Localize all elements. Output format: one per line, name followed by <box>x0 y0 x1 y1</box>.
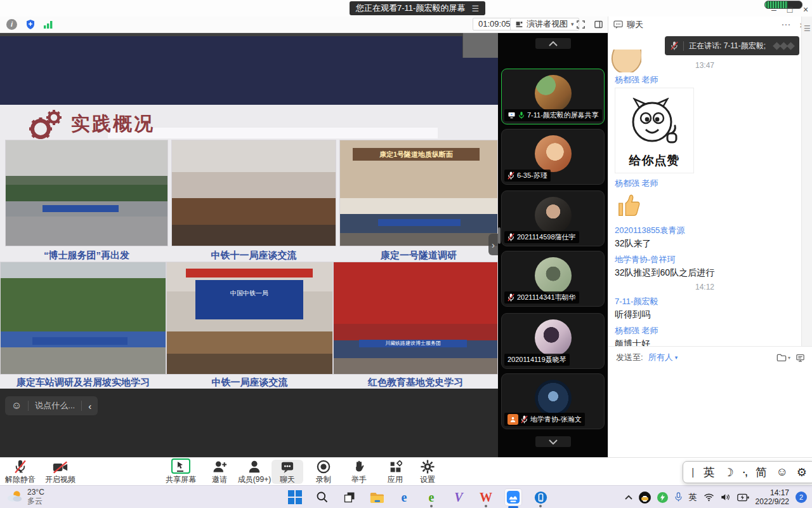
avatar <box>535 380 572 417</box>
shared-screen: 实践概况 康定1号隧道地质纵断面 “博士服务团”再出发 中铁十一局座谈交流 康定… <box>0 33 498 457</box>
notification-badge[interactable]: 2 <box>796 491 807 503</box>
task-view-icon[interactable] <box>341 489 358 505</box>
file-folder-icon[interactable]: ▾ <box>776 353 790 362</box>
meeting-app-icon[interactable] <box>505 489 521 505</box>
say-something-bubble[interactable]: ☺ 说点什么... ‹ <box>5 396 98 415</box>
invite-button[interactable]: 邀请 <box>201 460 238 484</box>
scroll-down-button[interactable] <box>535 436 571 447</box>
shared-screen-gray-block <box>462 33 498 58</box>
antivirus-360-icon[interactable] <box>657 492 668 503</box>
browser-green-e-icon[interactable]: e <box>423 489 440 505</box>
battery-icon[interactable] <box>737 493 749 502</box>
participant-name: 6-35-苏瑾 <box>517 171 547 180</box>
chat-side-strip: ☰ <box>801 17 812 346</box>
share-screen-icon <box>171 458 190 474</box>
browser-blue-e-icon[interactable]: e <box>396 489 412 505</box>
chat-sticker[interactable]: 给你点赞 <box>615 88 694 173</box>
view-mode-dropdown[interactable]: 演讲者视图 ▾ <box>510 18 579 30</box>
collapse-chevron-icon[interactable]: ‹ <box>82 401 98 411</box>
photo5-screen: 中国中铁一局 <box>195 280 303 319</box>
presentation-slide: 实践概况 康定1号隧道地质纵断面 “博士服务团”再出发 中铁十一局座谈交流 康定… <box>0 105 498 389</box>
chat-sender[interactable]: 杨都强 老师 <box>615 325 801 337</box>
network-signal-icon <box>43 20 53 29</box>
wps-office-icon[interactable]: W <box>478 489 494 505</box>
file-explorer-icon[interactable] <box>369 489 385 505</box>
chat-button[interactable]: 聊天 <box>272 460 303 484</box>
slide-title: 实践概况 <box>71 111 155 137</box>
chat-text: 32队来了 <box>615 238 801 250</box>
ime-language-toggle[interactable]: 英 <box>703 465 714 480</box>
participants-scrollbar[interactable] <box>498 227 501 244</box>
chevron-down-icon: ▾ <box>675 354 678 361</box>
tray-expand-chevron-icon[interactable] <box>625 495 632 500</box>
meeting-info-icon[interactable]: i <box>6 19 17 30</box>
members-button[interactable]: 成员(99+) <box>234 460 275 484</box>
participant-tile-sharer[interactable]: 7-11-颜宏毅的屏幕共享 <box>501 69 605 124</box>
tray-ime-lang[interactable]: 英 <box>689 491 697 503</box>
wifi-icon[interactable] <box>704 493 714 502</box>
participant-name-chip: 2021114598蒲仕宇 <box>504 231 579 243</box>
speaker-icon[interactable] <box>721 493 731 502</box>
fullscreen-icon[interactable] <box>576 20 586 29</box>
record-button[interactable]: 录制 <box>305 460 342 484</box>
drag-handle-icon[interactable]: ☰ <box>802 24 812 33</box>
photo-redbase: 川藏铁路建设博士服务团 <box>333 262 498 375</box>
start-video-button[interactable]: 开启视频 <box>42 460 79 484</box>
photo4-caption: 康定车站调研及岩屑坡实地学习 <box>0 377 166 389</box>
shared-screen-bottom: ☺ 说点什么... ‹ <box>0 389 498 457</box>
chat-sender[interactable]: 2020113855袁青源 <box>615 225 801 236</box>
taskbar-weather-widget[interactable]: 23°C 多云 <box>6 488 44 505</box>
participant-name-chip: 2021114341韦朝华 <box>504 291 579 304</box>
participant-tile[interactable]: 6-35-苏瑾 <box>501 129 605 185</box>
emoji-picker-icon[interactable]: ☺ <box>776 465 787 479</box>
chat-input[interactable] <box>608 363 812 439</box>
maximize-icon[interactable]: □ <box>785 4 795 15</box>
chat-sender[interactable]: 地学青协-曾祥珂 <box>615 254 801 265</box>
apps-button[interactable]: 应用 <box>377 460 414 484</box>
visual-studio-icon[interactable]: V <box>450 489 467 505</box>
qq-tray-icon[interactable] <box>639 491 651 504</box>
say-something-text[interactable]: 说点什么... <box>29 400 81 411</box>
avatar <box>535 319 572 356</box>
expand-panel-chevron-icon[interactable]: › <box>488 234 498 255</box>
security-shield-icon[interactable] <box>25 18 36 30</box>
weather-icon <box>6 490 23 504</box>
send-to-select[interactable]: 所有人 ▾ <box>648 352 678 363</box>
scroll-up-button[interactable] <box>535 38 571 49</box>
minimize-icon[interactable]: – <box>769 4 779 15</box>
chevron-down-icon: ▾ <box>788 355 790 361</box>
raise-hand-button[interactable]: 举手 <box>341 460 377 484</box>
participant-tile[interactable]: 地学青协-张瀚文 <box>501 373 605 429</box>
ime-settings-gear-icon[interactable]: ⚙ <box>797 465 807 479</box>
chat-sender[interactable]: 7-11-颜宏毅 <box>615 296 801 307</box>
moon-icon[interactable]: ☽ <box>724 465 734 479</box>
emoji-icon[interactable]: ☺ <box>5 400 28 411</box>
chat-sender[interactable]: 杨都强 老师 <box>615 74 801 86</box>
side-panel-icon[interactable] <box>594 20 603 29</box>
punctuation-icon[interactable]: ·, <box>743 467 747 478</box>
share-screen-button[interactable]: 共享屏幕 <box>162 460 199 484</box>
participant-tile[interactable]: 2021114341韦朝华 <box>501 251 605 307</box>
toast-menu-icon[interactable]: ☰ <box>471 4 479 13</box>
speaking-toast-text: 正在讲话: 7-11-颜宏毅; <box>689 41 766 51</box>
settings-button[interactable]: 设置 <box>409 460 446 484</box>
members-label: 成员(99+) <box>234 474 275 485</box>
phone-link-icon[interactable] <box>532 489 549 505</box>
participant-tile[interactable]: 2020114119聂晓琴 <box>501 313 605 369</box>
tray-mic-icon[interactable] <box>674 492 683 502</box>
avatar <box>535 257 572 294</box>
search-icon[interactable] <box>314 489 331 505</box>
chat-sender[interactable]: 杨都强 老师 <box>615 178 801 189</box>
start-button-icon[interactable] <box>287 489 303 505</box>
participant-tile[interactable]: 2021114598蒲仕宇 <box>501 190 605 246</box>
photo-meeting-2: 中国中铁一局 <box>166 262 333 375</box>
close-icon[interactable]: × <box>801 4 811 15</box>
unmute-button[interactable]: 解除静音 <box>2 460 39 484</box>
weather-desc: 多云 <box>27 497 44 505</box>
announcement-board-icon[interactable] <box>796 353 805 363</box>
ime-simplified-toggle[interactable]: 简 <box>756 465 767 480</box>
weather-temp: 23°C <box>27 488 44 497</box>
taskbar-clock[interactable]: 14:17 2022/9/22 <box>756 488 789 506</box>
chat-more-icon[interactable]: ⋯ <box>778 19 793 30</box>
chat-messages: 13:47 杨都强 老师 给你点赞 杨都强 老师 <box>608 33 801 346</box>
